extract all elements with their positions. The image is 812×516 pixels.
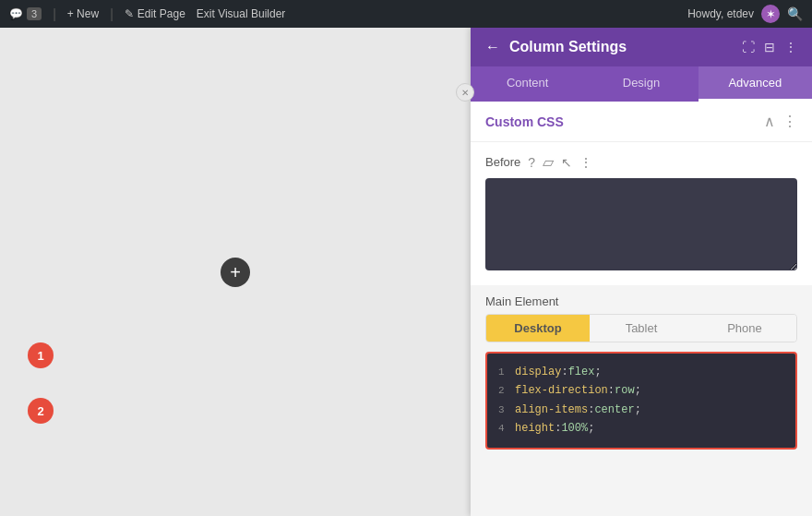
desktop-tab-label: Desktop	[514, 321, 561, 335]
phone-tab-label: Phone	[727, 321, 762, 335]
before-more-icon[interactable]: ⋮	[579, 155, 592, 170]
device-tab-tablet[interactable]: Tablet	[590, 315, 693, 342]
code-property-3: align-items	[515, 401, 588, 419]
annotation-marker-1: 1	[28, 342, 54, 368]
settings-panel: ✕ ← Column Settings ⛶ ⊟ ⋮ Content Design…	[471, 28, 812, 516]
code-value-2: row	[615, 381, 635, 400]
code-line-3: 3 align-items : center ;	[498, 401, 784, 419]
device-tab-desktop[interactable]: Desktop	[486, 315, 590, 342]
code-property-4: height	[515, 419, 555, 438]
code-value-1: flex	[568, 363, 595, 381]
section-controls: ∧ ⋮	[764, 113, 797, 130]
main-element-label: Main Element	[471, 285, 812, 314]
search-icon[interactable]: 🔍	[787, 6, 803, 21]
tab-design[interactable]: Design	[584, 66, 698, 102]
panel-body: Custom CSS ∧ ⋮ Before ? ▱ ↖ ⋮	[471, 102, 812, 516]
line-num-1: 1	[498, 364, 515, 381]
new-label: + New	[67, 7, 99, 20]
tab-design-label: Design	[623, 76, 660, 90]
tab-content[interactable]: Content	[471, 66, 584, 102]
before-row: Before ? ▱ ↖ ⋮	[485, 153, 797, 171]
code-line-2: 2 flex-direction : row ;	[498, 381, 784, 400]
section-title: Custom CSS	[485, 114, 564, 129]
tablet-tab-label: Tablet	[626, 321, 658, 335]
code-value-3: center	[594, 401, 634, 419]
canvas-area: + 1 2	[0, 28, 471, 516]
code-property-1: display	[515, 363, 561, 381]
panel-header-icons: ⛶ ⊟ ⋮	[742, 40, 797, 54]
device-icon[interactable]: ▱	[543, 153, 554, 171]
panel-close-button[interactable]: ✕	[456, 83, 474, 102]
line-num-3: 3	[498, 402, 515, 419]
new-button[interactable]: + New	[67, 7, 99, 20]
comment-count: 3	[27, 7, 42, 20]
css-code-block: 1 display : flex ; 2 flex-direction : ro…	[485, 352, 797, 450]
panel-header: ← Column Settings ⛶ ⊟ ⋮	[471, 28, 812, 66]
code-property-2: flex-direction	[515, 381, 608, 400]
annotation-1-label: 1	[37, 349, 43, 363]
custom-css-section: Custom CSS ∧ ⋮ Before ? ▱ ↖ ⋮	[471, 102, 812, 285]
line-num-4: 4	[498, 420, 515, 438]
code-line-1: 1 display : flex ;	[498, 363, 784, 381]
edit-icon: ✎	[125, 7, 134, 20]
more-options-icon[interactable]: ⋮	[784, 40, 797, 54]
code-value-4: 100%	[561, 419, 588, 438]
device-tab-phone[interactable]: Phone	[693, 315, 796, 342]
exit-visual-builder-button[interactable]: Exit Visual Builder	[197, 7, 286, 20]
section-content: Before ? ▱ ↖ ⋮	[471, 142, 812, 285]
panel-title: Column Settings	[509, 39, 733, 55]
tab-content-label: Content	[507, 76, 549, 90]
split-icon[interactable]: ⊟	[764, 40, 775, 54]
divider-2: |	[110, 6, 113, 21]
panel-back-icon[interactable]: ←	[485, 39, 500, 55]
code-line-4: 4 height : 100% ;	[498, 419, 784, 438]
edit-page-label: Edit Page	[137, 7, 185, 20]
topbar: 💬 3 | + New | ✎ Edit Page Exit Visual Bu…	[0, 0, 812, 28]
fullscreen-icon[interactable]: ⛶	[742, 40, 755, 54]
panel-tabs: Content Design Advanced	[471, 66, 812, 102]
howdy-icon: ✶	[767, 9, 774, 19]
line-num-2: 2	[498, 382, 515, 400]
user-avatar[interactable]: ✶	[761, 5, 780, 23]
exit-label: Exit Visual Builder	[197, 7, 286, 20]
annotation-2-label: 2	[37, 404, 43, 418]
annotation-marker-2: 2	[28, 398, 54, 424]
cursor-icon[interactable]: ↖	[561, 155, 572, 170]
divider-1: |	[53, 6, 56, 21]
main-layout: + 1 2 ✕ ← Column Settings ⛶ ⊟ ⋮ Content	[0, 28, 812, 516]
howdy-text: Howdy, etdev	[687, 7, 754, 20]
tab-advanced[interactable]: Advanced	[699, 66, 812, 102]
edit-page-button[interactable]: ✎ Edit Page	[125, 7, 185, 20]
section-collapse-icon[interactable]: ∧	[764, 113, 775, 130]
before-label: Before	[485, 155, 520, 169]
css-before-textarea[interactable]	[485, 178, 797, 270]
topbar-right: Howdy, etdev ✶ 🔍	[687, 5, 803, 23]
section-header: Custom CSS ∧ ⋮	[471, 102, 812, 142]
help-icon[interactable]: ?	[528, 155, 535, 170]
section-more-icon[interactable]: ⋮	[782, 113, 797, 130]
add-section-button[interactable]: +	[221, 258, 250, 287]
device-tabs: Desktop Tablet Phone	[485, 314, 797, 342]
add-icon: +	[230, 263, 241, 282]
comment-icon: 💬	[9, 7, 23, 20]
tab-advanced-label: Advanced	[728, 76, 782, 90]
comment-button[interactable]: 💬 3	[9, 7, 42, 20]
